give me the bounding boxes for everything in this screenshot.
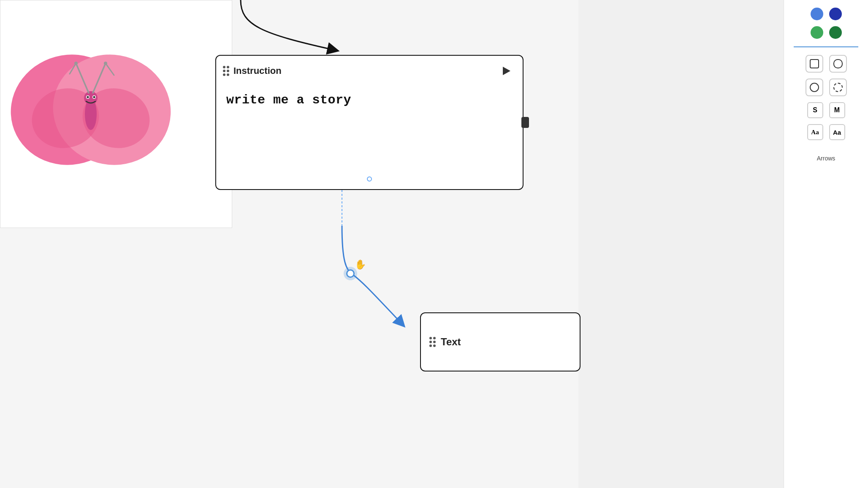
- shape-square-button[interactable]: [806, 55, 823, 73]
- size-medium-button[interactable]: M: [829, 102, 845, 118]
- instruction-text: write me a story: [226, 93, 513, 107]
- card-right-handle[interactable]: [521, 117, 529, 128]
- canvas: Instruction write me a story ✋ Text: [0, 0, 578, 488]
- butterfly-illustration: [8, 25, 173, 190]
- instruction-card: Instruction write me a story: [215, 55, 524, 190]
- right-panel: S M Aa Aa Arrows: [784, 0, 868, 488]
- font-row: Aa Aa: [790, 124, 862, 140]
- font-sans-button[interactable]: Aa: [829, 124, 845, 140]
- shape-row-2: [790, 79, 862, 96]
- text-card: Text: [420, 312, 580, 371]
- drag-handle-icon: [223, 66, 229, 76]
- play-triangle-icon: [503, 67, 510, 75]
- shape-dashed-circle-button[interactable]: [829, 79, 847, 96]
- color-dark-green[interactable]: [829, 26, 842, 39]
- arrows-label: Arrows: [817, 155, 835, 162]
- drag-connection-dot[interactable]: [346, 269, 355, 278]
- svg-point-13: [87, 96, 89, 98]
- shape-circle-button[interactable]: [806, 79, 823, 96]
- rounded-square-icon: [833, 59, 843, 68]
- arrows-section: Arrows: [790, 155, 862, 162]
- text-card-drag-handle: [429, 337, 436, 347]
- top-arrow-path: [241, 0, 334, 50]
- panel-active-divider: [794, 46, 859, 47]
- dashed-circle-icon: [833, 83, 843, 92]
- color-green[interactable]: [811, 26, 823, 39]
- color-row-1: [790, 8, 862, 20]
- play-button[interactable]: [498, 63, 513, 79]
- shape-rounded-button[interactable]: [829, 55, 847, 73]
- cursor-icon: ✋: [355, 259, 366, 270]
- size-small-button[interactable]: S: [807, 102, 823, 118]
- shape-row-1: [790, 55, 862, 73]
- card-header: Instruction: [216, 56, 523, 84]
- color-blue[interactable]: [811, 8, 823, 20]
- text-card-title: Text: [441, 336, 461, 348]
- card-title: Instruction: [233, 65, 282, 76]
- connector-dot[interactable]: [367, 176, 372, 182]
- color-dark-blue[interactable]: [829, 8, 842, 20]
- color-row-2: [790, 26, 862, 39]
- font-serif-button[interactable]: Aa: [807, 124, 823, 140]
- circle-icon: [810, 83, 819, 92]
- size-row: S M: [790, 102, 862, 118]
- square-icon: [810, 59, 819, 68]
- svg-point-15: [93, 96, 95, 98]
- card-header-left: Instruction: [223, 65, 282, 76]
- card-body: write me a story: [216, 84, 523, 189]
